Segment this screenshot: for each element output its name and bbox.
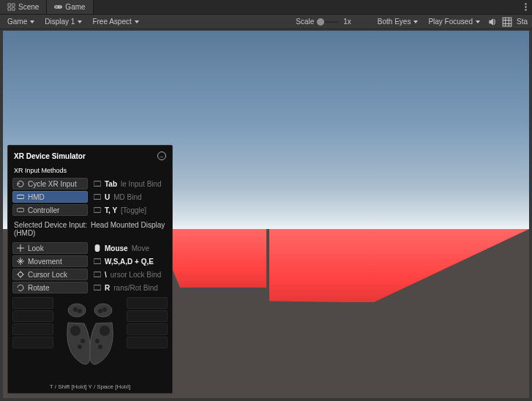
wsad-row: W,S,A,D + Q,E — [92, 255, 168, 267]
section-input-methods: XR Input Methods — [12, 167, 168, 174]
svg-point-1 — [59, 7, 61, 8]
mouse-icon — [94, 244, 101, 252]
keyboard-icon — [94, 284, 101, 291]
svg-rect-10 — [94, 195, 101, 200]
gamepad-icon — [54, 3, 62, 11]
grid-icon — [7, 3, 15, 11]
svg-point-28 — [102, 307, 107, 312]
tab-game-label: Game — [65, 3, 85, 11]
camera-dropdown-label: Game — [7, 18, 27, 26]
aspect-dropdown-label: Free Aspect — [92, 18, 131, 26]
svg-rect-11 — [94, 208, 101, 213]
gizmos-toggle[interactable] — [502, 17, 512, 27]
svg-rect-9 — [94, 181, 101, 187]
svg-rect-14 — [94, 259, 101, 264]
stats-label: Sta — [517, 18, 528, 26]
svg-point-4 — [525, 6, 526, 7]
svg-rect-6 — [503, 18, 512, 26]
tab-scene-label: Scene — [18, 3, 39, 11]
left-dim-2[interactable] — [12, 323, 53, 335]
keyboard-icon — [94, 193, 101, 200]
grid-icon — [502, 17, 512, 27]
chevron-down-icon — [78, 20, 82, 23]
r-bind-row: Rrans/Rot Bind — [92, 282, 168, 293]
chevron-down-icon — [135, 20, 139, 23]
tab-bar: Scene Game — [0, 0, 532, 15]
svg-point-19 — [70, 326, 80, 336]
camera-dropdown[interactable]: Game — [4, 15, 37, 29]
scale-slider[interactable] — [318, 21, 339, 23]
hmd-icon — [17, 193, 24, 200]
left-dim-0[interactable] — [12, 297, 53, 309]
svg-point-20 — [100, 326, 110, 336]
display-dropdown[interactable]: Display 1 — [42, 15, 85, 29]
chevron-down-icon — [413, 20, 418, 23]
play-dropdown[interactable]: Play Focused — [425, 15, 483, 29]
rotate-button[interactable]: Rotate — [12, 282, 88, 293]
scale-label: Scale — [296, 18, 314, 26]
tab-scene[interactable]: Scene — [0, 0, 47, 14]
left-dim-3[interactable] — [12, 337, 53, 348]
chevron-down-icon — [30, 20, 34, 23]
tab-spacer — [94, 0, 519, 14]
kebab-icon — [525, 3, 527, 11]
aspect-dropdown[interactable]: Free Aspect — [89, 15, 141, 29]
svg-point-12 — [18, 272, 23, 277]
display-dropdown-label: Display 1 — [45, 18, 75, 26]
right-dim-3[interactable] — [127, 337, 168, 348]
eyes-dropdown[interactable]: Both Eyes — [375, 15, 422, 29]
svg-rect-7 — [17, 195, 24, 199]
keyboard-icon — [94, 206, 101, 214]
svg-point-23 — [78, 345, 82, 349]
right-dim-1[interactable] — [127, 310, 168, 322]
svg-point-24 — [98, 345, 102, 349]
svg-point-22 — [95, 339, 100, 343]
sky — [266, 31, 530, 229]
svg-rect-13 — [95, 244, 100, 252]
svg-rect-8 — [17, 209, 24, 212]
movement-button[interactable]: Movement — [12, 255, 88, 267]
xr-simulator-panel[interactable]: XR Device Simulator – XR Input Methods C… — [7, 145, 173, 394]
speaker-icon — [487, 17, 498, 27]
move-icon — [17, 258, 24, 265]
collapse-icon[interactable]: – — [157, 151, 166, 160]
cycle-xr-input-button[interactable]: Cycle XR Input — [12, 178, 88, 190]
right-dim-2[interactable] — [127, 323, 168, 335]
game-viewport[interactable]: XR Device Simulator – XR Input Methods C… — [3, 31, 529, 398]
audio-toggle[interactable] — [487, 17, 498, 27]
svg-point-27 — [98, 309, 102, 313]
eyes-dropdown-label: Both Eyes — [378, 18, 411, 26]
slider-knob[interactable] — [317, 18, 324, 26]
svg-point-25 — [73, 307, 78, 312]
mouse-row: MouseMove — [92, 242, 168, 254]
tab-menu[interactable] — [519, 0, 532, 14]
game-toolbar: Game Display 1 Free Aspect Scale 1x Both… — [0, 15, 532, 29]
right-dim-0[interactable] — [127, 297, 168, 309]
svg-rect-2 — [56, 7, 58, 8]
controller-button[interactable]: Controller — [12, 204, 88, 216]
tab-game[interactable]: Game — [47, 0, 93, 14]
move-icon — [17, 244, 24, 252]
svg-point-3 — [525, 3, 526, 4]
svg-point-26 — [78, 309, 82, 313]
u-bind-row: UMD Bind — [92, 191, 168, 203]
right-eye — [266, 31, 530, 398]
scale-value: 1x — [343, 18, 351, 26]
rotate-icon — [17, 284, 24, 291]
xr-footer: T / Shift [Hold] Y / Space [Hold] — [12, 383, 168, 390]
ty-bind-row: T, Y[Toggle] — [92, 204, 168, 216]
chevron-down-icon — [476, 20, 480, 23]
svg-rect-16 — [94, 285, 101, 291]
keyboard-icon — [94, 271, 101, 278]
look-button[interactable]: Look — [12, 242, 88, 254]
left-dim-1[interactable] — [12, 310, 53, 322]
controller-icon — [17, 206, 24, 214]
cursor-lock-button[interactable]: Cursor Lock — [12, 269, 88, 280]
controller-diagram — [12, 297, 168, 379]
play-dropdown-label: Play Focused — [428, 18, 473, 26]
tab-bind-row: Table Input Bind — [92, 178, 168, 190]
controllers-icon — [53, 297, 127, 370]
hmd-button[interactable]: HMD — [12, 191, 88, 203]
keyboard-icon — [94, 180, 101, 187]
svg-rect-15 — [94, 272, 101, 277]
